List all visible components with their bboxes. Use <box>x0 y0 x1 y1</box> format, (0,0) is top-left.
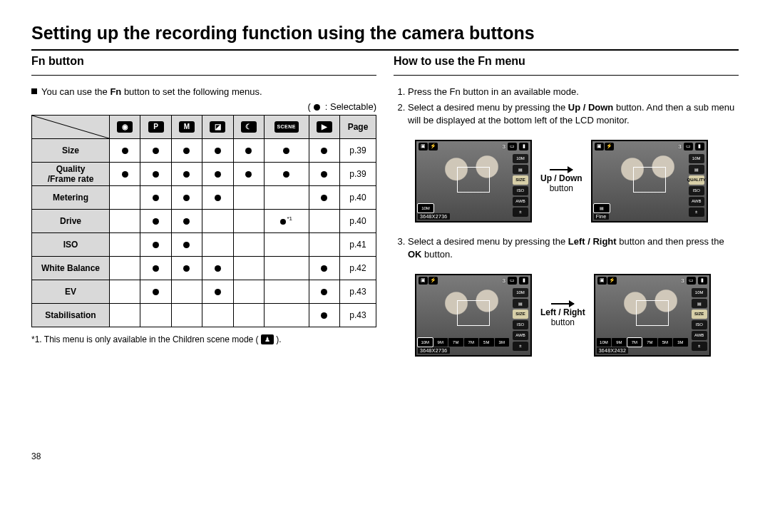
dot-icon <box>321 312 327 319</box>
table-row: Quality/Frame ratep.39 <box>32 162 376 185</box>
row-label: Size <box>32 138 110 162</box>
table-row: ISOp.41 <box>32 232 376 256</box>
cam-mode-icon: ◉ <box>117 121 133 133</box>
page-cell: p.43 <box>340 280 376 303</box>
badge-quality: QUALITY <box>689 175 704 185</box>
badge-size: SIZE <box>513 175 528 185</box>
battery-icon: ▮ <box>519 143 528 150</box>
arrow-icon <box>551 303 574 305</box>
cell <box>202 232 233 256</box>
dot-icon <box>215 265 221 272</box>
right-column: How to use the Fn menu Press the Fn butt… <box>394 55 739 461</box>
scene-mode-icon: SCENE <box>274 121 299 133</box>
arrow-updown: Up / Down button <box>540 169 582 193</box>
divider-thick <box>31 49 739 51</box>
cell <box>140 303 171 327</box>
dot-icon <box>183 218 190 225</box>
mode-header: ◉ <box>110 115 140 138</box>
cell <box>233 256 264 280</box>
lcd-screen-d: ▣⚡ 3 ▭ ▮ 10M ▤ SIZE ISO AWB ± 10M9M7M7M5… <box>594 274 711 357</box>
left-intro: You can use the Fn button to set the fol… <box>31 86 376 98</box>
flash-icon: ⚡ <box>428 143 438 150</box>
dot-icon <box>321 265 327 272</box>
table-row: White Balancep.42 <box>32 256 376 280</box>
dot-icon <box>153 218 159 225</box>
dot-icon <box>321 148 327 154</box>
dot-icon <box>153 289 159 295</box>
step-1: Press the Fn button in an available mode… <box>408 86 739 98</box>
cell <box>110 256 140 280</box>
dot-icon <box>153 148 159 154</box>
mode-header: SCENE <box>264 115 309 138</box>
lcd-screen-c: ▣⚡ 3 ▭ ▮ 10M ▤ SIZE ISO AWB ± 10M9M7M7M5… <box>415 274 532 357</box>
intro-bold: Fn <box>110 86 121 97</box>
dot-icon <box>283 148 289 154</box>
table-row: EVp.43 <box>32 280 376 303</box>
arrow-leftright: Left / Right button <box>540 303 585 327</box>
lcd-screen-b: ▣⚡ 3 ▭ ▮ 10M ▤ QUALITY ISO AWB ± ▤ <box>591 140 708 222</box>
cell <box>309 303 339 327</box>
dot-icon <box>280 219 286 225</box>
dot-icon <box>321 171 327 178</box>
mode-header: ☾ <box>233 115 264 138</box>
cell <box>110 280 140 303</box>
row-label: Metering <box>32 185 110 209</box>
badge-awb: AWB <box>513 197 528 206</box>
cell <box>233 280 264 303</box>
thumb: 3M <box>495 338 510 347</box>
row-label: White Balance <box>32 256 110 280</box>
cell <box>264 162 309 185</box>
night-mode-icon: ☾ <box>241 121 257 133</box>
page-title: Setting up the recording function using … <box>31 23 739 44</box>
cell <box>233 185 264 209</box>
cell <box>110 185 140 209</box>
dual-mode-icon: ◪ <box>210 121 225 133</box>
steps-list: Press the Fn button in an available mode… <box>394 86 739 127</box>
page-cell: p.42 <box>340 256 376 280</box>
left-column: Fn button You can use the Fn button to s… <box>31 55 376 461</box>
cell <box>264 185 309 209</box>
thumb: 9M <box>612 338 627 347</box>
row-label: EV <box>32 280 110 303</box>
svg-line-0 <box>32 116 109 138</box>
dot-icon <box>153 195 159 201</box>
divider-thin-left <box>31 75 376 76</box>
dot-icon <box>183 195 190 201</box>
cell <box>202 303 233 327</box>
cell <box>140 138 171 162</box>
table-row: Drive*1p.40 <box>32 209 376 232</box>
mode-header: ◪ <box>202 115 233 138</box>
cell <box>171 209 202 232</box>
intro-prefix: You can use the <box>41 86 110 97</box>
dot-icon <box>183 148 190 154</box>
cell <box>171 138 202 162</box>
dot-icon <box>283 171 289 178</box>
cell <box>309 185 339 209</box>
cell <box>171 185 202 209</box>
row-label: Drive <box>32 209 110 232</box>
cell <box>140 232 171 256</box>
cell <box>264 303 309 327</box>
cell: *1 <box>264 209 309 232</box>
cell <box>140 162 171 185</box>
arrow-icon <box>550 169 573 170</box>
badge-ev: ± <box>513 208 528 217</box>
thumb: 7M <box>642 338 657 347</box>
cell <box>140 256 171 280</box>
dot-icon <box>245 171 252 178</box>
page-cell: p.40 <box>340 209 376 232</box>
cell <box>309 280 339 303</box>
fn-table: ◉PM◪☾SCENE▶Page Sizep.39Quality/Frame ra… <box>31 115 376 327</box>
page-cell: p.39 <box>340 138 376 162</box>
row-label: ISO <box>32 232 110 256</box>
cell <box>264 256 309 280</box>
thumb: 10M <box>418 338 433 347</box>
cell <box>202 280 233 303</box>
cell <box>202 185 233 209</box>
thumb: 9M <box>433 338 448 347</box>
page-cell: p.40 <box>340 185 376 209</box>
thumb: 7M <box>448 338 463 347</box>
page-header: Page <box>340 115 376 138</box>
thumb: 3M <box>673 338 688 347</box>
cell <box>140 185 171 209</box>
